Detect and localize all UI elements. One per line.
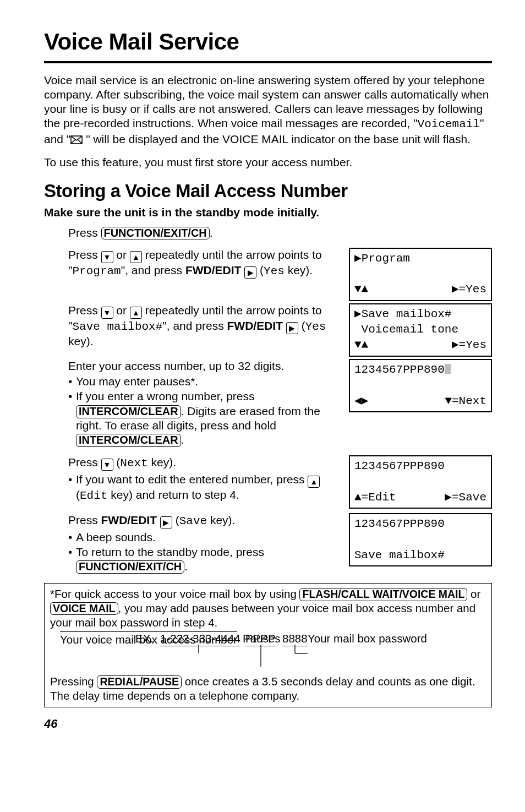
function-exit-ch-key: FUNCTION/EXIT/CH xyxy=(101,227,210,240)
screen-save-l3l: ▼▲ xyxy=(354,337,368,353)
f1a: *For quick access to your voice mail box… xyxy=(50,587,299,600)
intercom-clear-key: INTERCOM/CLEAR xyxy=(76,405,181,418)
screen-program-l1: ▶Program xyxy=(354,251,486,266)
screen-edit-save: 1234567PPP890 ▲=Edit▶=Save xyxy=(349,455,492,509)
fwd-edit-label: FWD/EDIT xyxy=(101,514,157,526)
s2d: ", and press xyxy=(121,264,185,276)
fwd-edit-label: FWD/EDIT xyxy=(227,319,282,332)
step4-bullet1: You may enter pauses*. xyxy=(68,374,340,389)
next-literal: Next xyxy=(120,457,147,470)
step-1: Press FUNCTION/EXIT/CH. xyxy=(68,226,492,240)
down-arrow-key-icon: ▼ xyxy=(101,251,113,263)
save-mailbox-literal: Save mailbox# xyxy=(72,320,162,333)
section-heading: Storing a Voice Mail Access Number xyxy=(44,179,492,202)
f2a: Pressing xyxy=(50,675,97,688)
voicemail-literal: Voicemail xyxy=(418,118,480,130)
down-arrow-key-icon: ▼ xyxy=(101,459,113,471)
voice-mail-key: VOICE MAIL xyxy=(50,602,118,615)
screen-save-l2: Voicemail tone xyxy=(354,322,486,337)
step-4: Enter your access number, up to 32 digit… xyxy=(44,359,492,448)
screen-save-l1: ▶Save mailbox# xyxy=(354,307,486,322)
screen-save-mailbox: ▶Save mailbox# Voicemail tone▼▲▶=Yes xyxy=(349,303,492,357)
screen-edit-l1: 1234567PPP890 xyxy=(354,459,486,474)
screen-program-l2r: ▶=Yes xyxy=(452,282,486,297)
s2b: or xyxy=(113,248,130,261)
footnote-box: *For quick access to your voice mail box… xyxy=(44,583,492,707)
right-arrow-key-icon: ▶ xyxy=(286,322,298,334)
right-arrow-key-icon: ▶ xyxy=(160,516,172,528)
s4b2a: If you enter a wrong number, press xyxy=(76,390,255,402)
s3a: Press xyxy=(68,304,101,317)
title-rule xyxy=(44,61,492,63)
s5b1a: If you want to edit the entered number, … xyxy=(76,473,308,486)
screen-num-l1: 1234567PPP890 xyxy=(354,363,445,376)
intro-text-c: " will be displayed and the VOICE MAIL i… xyxy=(83,133,471,145)
screen-final-l2: Save mailbox# xyxy=(354,548,486,563)
envelope-icon xyxy=(70,133,83,148)
s5b1b: ( xyxy=(76,488,80,501)
step-2: Press ▼ or ▲ repeatedly until the arrow … xyxy=(44,248,492,301)
s2e: ( xyxy=(256,264,264,276)
screen-num-l2r: ▼=Next xyxy=(445,394,486,409)
screen-num-l2l: ◀▶ xyxy=(354,394,368,409)
ex-password-label: Your mail box password xyxy=(308,631,427,646)
s6b2a: To return to the standby mode, press xyxy=(76,546,264,558)
edit-literal: Edit xyxy=(80,489,107,502)
screen-edit-l2r: ▶=Save xyxy=(445,490,486,505)
step4-main: Enter your access number, up to 32 digit… xyxy=(68,359,340,373)
cursor-icon xyxy=(445,364,451,374)
screen-edit-l2l: ▲=Edit xyxy=(354,490,396,505)
intro-paragraph: Voice mail service is an electronic on-l… xyxy=(44,73,492,148)
s3f: key). xyxy=(68,335,94,347)
s3b: or xyxy=(113,304,130,317)
screen-program: ▶Program ▼▲▶=Yes xyxy=(349,248,492,301)
up-arrow-key-icon: ▲ xyxy=(130,307,142,319)
screen-save-mailbox-final: 1234567PPP890 Save mailbox# xyxy=(349,513,492,566)
program-literal: Program xyxy=(72,265,121,277)
s3d: ", and press xyxy=(162,319,227,332)
footnote-2: Pressing REDIAL/PAUSE once creates a 3.5… xyxy=(50,674,486,702)
footnote-1: *For quick access to your voice mail box… xyxy=(50,587,486,629)
fwd-edit-label: FWD/EDIT xyxy=(185,264,241,276)
right-arrow-key-icon: ▶ xyxy=(244,266,256,279)
screen-access-number: 1234567PPP890 ◀▶▼=Next xyxy=(349,359,492,412)
redial-pause-key: REDIAL/PAUSE xyxy=(97,675,182,688)
down-arrow-key-icon: ▼ xyxy=(101,307,113,319)
save-literal: Save xyxy=(179,515,207,527)
example-diagram: EX. 1-222-333-4444 PPPP 8888 Your voice … xyxy=(50,631,486,674)
step5-bullet1: If you want to edit the entered number, … xyxy=(68,472,340,503)
ex-access-label: Your voice mail box access number xyxy=(60,631,247,647)
flash-call-wait-voicemail-key: FLASH/CALL WAIT/VOICE MAIL xyxy=(299,588,467,601)
step-3: Press ▼ or ▲ repeatedly until the arrow … xyxy=(44,303,492,357)
step6-bullet2: To return to the standby mode, press FUN… xyxy=(68,545,340,574)
step1-post: . xyxy=(210,226,213,239)
s6b2b: . xyxy=(184,560,188,573)
standby-note: Make sure the unit is in the standby mod… xyxy=(44,205,492,220)
s5c: key). xyxy=(148,456,176,468)
s2f: key). xyxy=(285,264,313,276)
step4-bullet2: If you enter a wrong number, press INTER… xyxy=(68,389,340,447)
ex-pauses-label: Pauses xyxy=(243,631,280,646)
yes-literal: Yes xyxy=(264,265,285,277)
s3e: ( xyxy=(298,319,305,332)
step-6: Press FWD/EDIT ▶ (Save key). A beep soun… xyxy=(44,513,492,574)
step1-pre: Press xyxy=(68,226,101,239)
s6c: key). xyxy=(207,514,235,526)
step6-bullet1: A beep sounds. xyxy=(68,530,340,544)
s4b2c: . xyxy=(181,433,184,446)
s5b1c: key) and return to step 4. xyxy=(107,488,239,501)
s6b: ( xyxy=(172,514,179,526)
function-exit-ch-key: FUNCTION/EXIT/CH xyxy=(76,560,184,574)
s6a: Press xyxy=(68,514,101,526)
step-5: Press ▼ (Next key). If you want to edit … xyxy=(44,455,492,509)
intercom-clear-key: INTERCOM/CLEAR xyxy=(76,434,181,447)
yes-literal: Yes xyxy=(305,320,326,333)
s5a: Press xyxy=(68,456,101,468)
intro-paragraph-2: To use this feature, you must first stor… xyxy=(44,155,492,170)
up-arrow-key-icon: ▲ xyxy=(308,476,320,488)
s5b: ( xyxy=(113,456,121,468)
f1b: or xyxy=(467,587,480,600)
screen-program-l2l: ▼▲ xyxy=(354,282,368,297)
page-number: 46 xyxy=(44,716,492,732)
screen-save-l3r: ▶=Yes xyxy=(452,337,486,353)
